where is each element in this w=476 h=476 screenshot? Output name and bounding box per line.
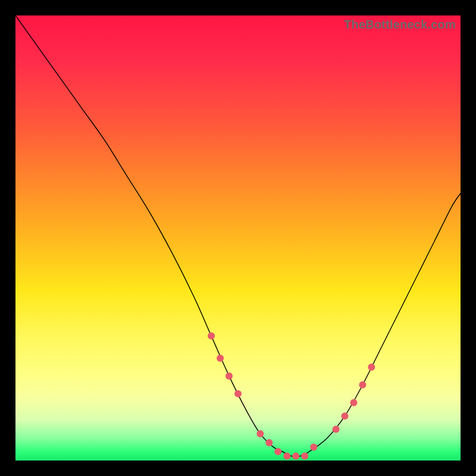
curve-marker [292,453,299,460]
chart-frame: TheBottleneck.com [0,0,476,476]
curve-marker [256,430,264,437]
curve-marker [350,399,358,406]
curve-marker [342,412,349,419]
curve-marker [208,333,215,340]
curve-marker [310,444,317,451]
curve-svg [15,15,461,461]
curve-marker [226,372,233,380]
curve-marker [274,448,281,455]
curve-marker [234,390,242,397]
plot-area: TheBottleneck.com [15,15,461,461]
curve-marker [301,453,308,460]
curve-marker [333,426,340,433]
watermark-label: TheBottleneck.com [344,18,456,32]
marker-group [208,333,375,460]
curve-marker [217,355,224,362]
curve-marker [283,453,290,460]
bottleneck-curve [15,15,461,457]
curve-marker [265,439,273,446]
curve-marker [359,381,366,389]
curve-marker [368,364,375,371]
